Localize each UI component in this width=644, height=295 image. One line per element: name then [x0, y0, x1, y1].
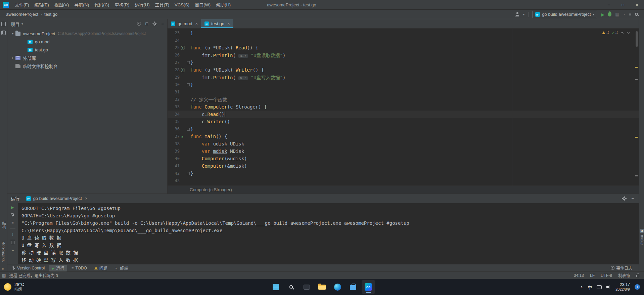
close-icon[interactable]: ×	[227, 21, 230, 26]
menu-item[interactable]: 帮助(H)	[213, 0, 233, 10]
toolwindow-button[interactable]: 事件日志	[608, 265, 635, 271]
line-number[interactable]: 38	[168, 141, 180, 146]
code-line[interactable]: 33func Computer(c Stroager) {	[168, 103, 639, 111]
code-editor[interactable]: 3 3	[168, 29, 639, 185]
implements-gutter-icon[interactable]	[180, 68, 186, 72]
run-gutter-icon[interactable]	[180, 135, 186, 138]
code-line[interactable]: 27}	[168, 59, 639, 66]
maximize-button[interactable]	[616, 0, 630, 9]
store-button[interactable]	[346, 280, 360, 294]
toolwindow-button[interactable]: 运行	[49, 265, 67, 271]
line-number[interactable]: 40	[168, 156, 180, 161]
stripe-warning-mark[interactable]	[635, 67, 638, 68]
code-line[interactable]: 34 c.Read()	[168, 111, 639, 118]
tray-display-icon[interactable]	[597, 285, 602, 289]
close-button[interactable]	[630, 0, 644, 9]
editor-tab[interactable]: test.go×	[201, 19, 233, 28]
hide-panel-icon[interactable]: −	[161, 22, 164, 27]
line-number[interactable]: 42	[168, 171, 180, 176]
code-line[interactable]: 39 var mdisk MDisk	[168, 148, 639, 155]
more-actions-icon[interactable]	[11, 248, 14, 252]
line-number[interactable]: 39	[168, 149, 180, 154]
code-line[interactable]: 43	[168, 177, 639, 184]
coverage-button[interactable]: ▦	[615, 12, 619, 16]
profiler-button[interactable]: ◔	[623, 12, 625, 16]
menu-item[interactable]: 文件(F)	[12, 0, 32, 10]
locate-file-icon[interactable]	[137, 22, 141, 26]
run-configuration-select[interactable]: go build awesomeProject ▾	[532, 11, 597, 18]
line-number[interactable]: 34	[168, 112, 180, 117]
menu-item[interactable]: 窗口(W)	[192, 0, 213, 10]
volume-icon[interactable]	[606, 285, 611, 289]
file-explorer-button[interactable]	[315, 280, 329, 294]
next-problem-icon[interactable]	[627, 31, 630, 34]
line-number[interactable]: 31	[168, 90, 180, 94]
code-line[interactable]: 35 c.Writer()	[168, 118, 639, 125]
make-tool-button[interactable]: make	[640, 235, 644, 245]
breadcrumb-item[interactable]: test.go	[44, 12, 57, 17]
toolwindow-button[interactable]: 终端	[112, 265, 131, 271]
code-line[interactable]: 38 var udisk UDisk	[168, 140, 639, 148]
run-tab[interactable]: go build awesomeProject ×	[24, 194, 90, 203]
code-line[interactable]: 29 fmt.Println( a…: "U盘写入数据")	[168, 74, 639, 81]
commit-tool-icon[interactable]	[1, 31, 6, 35]
toolwindow-button[interactable]: 问题	[91, 265, 110, 271]
line-number[interactable]: 36	[168, 127, 180, 131]
close-icon[interactable]: ×	[195, 21, 198, 26]
close-icon[interactable]: ×	[85, 196, 88, 201]
more-tool-windows-icon[interactable]: »	[2, 266, 4, 271]
run-console[interactable]: GOROOT=C:\Program Files\Go #gosetupGOPAT…	[18, 203, 639, 264]
debug-button[interactable]	[608, 12, 611, 16]
line-number[interactable]: 27	[168, 60, 180, 65]
tree-item[interactable]: test.go	[7, 46, 167, 54]
line-number[interactable]: 33	[168, 104, 180, 109]
line-number[interactable]: 30	[168, 82, 180, 87]
code-line[interactable]: 26 fmt.Println( a…: "U盘读取数据")	[168, 51, 639, 59]
toolwindow-button[interactable]: Version Control	[9, 265, 48, 271]
line-number[interactable]: 32	[168, 97, 180, 102]
line-number[interactable]: 23	[168, 31, 180, 35]
code-line[interactable]: 40 Computer(&udisk)	[168, 155, 639, 162]
tree-item[interactable]: go.mod	[7, 38, 167, 46]
previous-problem-icon[interactable]	[621, 31, 624, 34]
menu-item[interactable]: 重构(R)	[112, 0, 132, 10]
stripe-mark[interactable]	[635, 79, 638, 80]
menu-item[interactable]: 运行(U)	[132, 0, 152, 10]
rerun-button[interactable]	[11, 206, 14, 209]
menu-item[interactable]: 视图(V)	[52, 0, 72, 10]
menu-item[interactable]: 代码(C)	[92, 0, 112, 10]
indent-style[interactable]: 制表符	[618, 272, 630, 278]
line-number[interactable]: 35	[168, 119, 180, 124]
clear-console-icon[interactable]	[11, 241, 14, 244]
editor-tab[interactable]: go.mod×	[168, 19, 201, 28]
project-tool-icon[interactable]	[1, 22, 6, 26]
code-line[interactable]: 31	[168, 88, 639, 96]
code-line[interactable]: 23}	[168, 29, 639, 37]
code-line[interactable]: 30}	[168, 81, 639, 88]
tool-window-switcher-icon[interactable]	[2, 273, 6, 278]
fold-marker-icon[interactable]	[186, 83, 190, 86]
gear-icon[interactable]	[152, 22, 157, 26]
run-button[interactable]	[601, 11, 604, 17]
code-line[interactable]: 36}	[168, 125, 639, 133]
lock-icon[interactable]	[636, 275, 639, 277]
fold-marker-icon[interactable]	[186, 61, 190, 64]
fold-marker-icon[interactable]	[186, 128, 190, 131]
stripe-warning-mark[interactable]	[635, 137, 638, 138]
line-number[interactable]: 24	[168, 38, 180, 43]
stripe-mark[interactable]	[635, 175, 638, 176]
line-number[interactable]: 41	[168, 164, 180, 168]
ime-indicator[interactable]: 中	[588, 284, 592, 290]
inspections-widget[interactable]: 3 3	[602, 30, 630, 35]
taskbar-search-button[interactable]	[284, 280, 298, 294]
line-number[interactable]: 29	[168, 75, 180, 80]
start-button[interactable]	[269, 280, 282, 294]
code-area[interactable]: 23}2425func (u *UDisk) Read() {26 fmt.Pr…	[168, 29, 639, 184]
menu-item[interactable]: VCS(S)	[172, 0, 192, 10]
implements-gutter-icon[interactable]	[180, 46, 186, 50]
tree-item[interactable]: ▾awesomeProjectC:\Users\Happy\GolandProj…	[7, 30, 167, 38]
fold-marker-icon[interactable]	[186, 172, 190, 175]
code-line[interactable]: 24	[168, 37, 639, 44]
menu-item[interactable]: 编辑(E)	[32, 0, 52, 10]
menu-item[interactable]: 工具(T)	[152, 0, 172, 10]
